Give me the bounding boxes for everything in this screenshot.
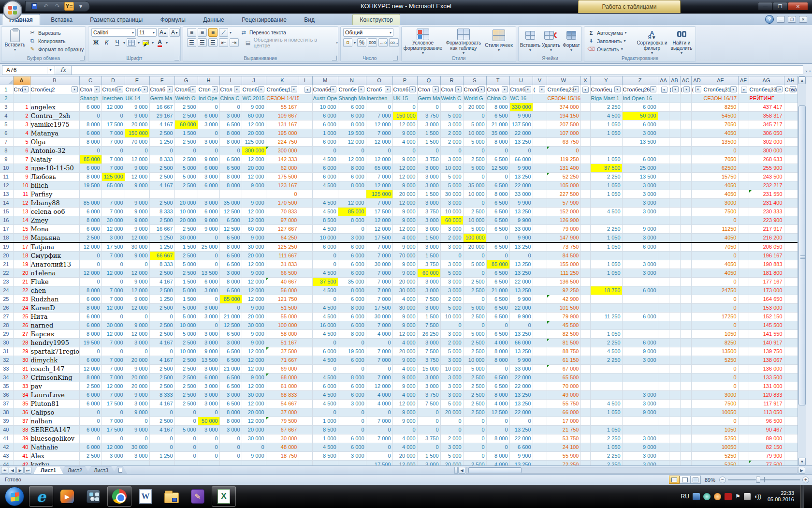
cell-V3[interactable] (533, 103, 547, 111)
cell-K33[interactable]: 69 000 (266, 364, 299, 373)
cell-Z36[interactable]: 3 000 (622, 390, 658, 399)
cell-C25[interactable]: 6 000 (79, 295, 102, 303)
decrease-decimal-button[interactable]: .00→ (389, 38, 399, 47)
cell-O32[interactable]: 7 000 (366, 356, 392, 364)
cell-P35[interactable]: 9 000 (392, 382, 417, 390)
cell-U7[interactable]: 13 250 (509, 137, 533, 146)
cell-U18[interactable]: 9 900 (509, 233, 533, 242)
cell-H32[interactable]: 13 500 (198, 356, 219, 364)
cell-AE41[interactable]: 5250 (703, 434, 738, 443)
network-icon[interactable] (744, 493, 751, 500)
cell-E20[interactable]: 9 000 (125, 251, 149, 260)
cell-AD43[interactable] (691, 451, 703, 460)
cell-J20[interactable]: 20 000 (242, 251, 266, 260)
cell-S21[interactable]: 5 000 (463, 260, 486, 269)
cell-R37[interactable]: 5 000 (440, 399, 463, 408)
cell-L16[interactable] (299, 216, 312, 224)
sort-filter-button[interactable]: А Я▼ Сортировка и фильтр▾ (637, 28, 667, 55)
cell-D23[interactable]: 0 (102, 277, 125, 286)
cell-X6[interactable] (580, 129, 590, 137)
cell-P14[interactable]: 12 000 (392, 198, 417, 207)
cell-AF14[interactable] (738, 198, 749, 207)
cell-AC41[interactable] (680, 434, 691, 443)
cell-X38[interactable] (580, 408, 590, 417)
cell-Z13[interactable]: 3 000 (622, 190, 658, 198)
cell-J3[interactable]: 9 000 (242, 103, 266, 111)
cell-C23[interactable]: 0 (79, 277, 102, 286)
cell-P31[interactable]: 20 000 (392, 347, 417, 356)
cell-K42[interactable]: 48 000 (266, 443, 299, 451)
cell-T9[interactable]: 6 500 (486, 155, 509, 164)
cell-A35[interactable]: 33 (13, 382, 30, 390)
vertical-scrollbar[interactable]: ▲ ▼ (798, 76, 806, 465)
cell-L15[interactable] (299, 207, 312, 216)
cell-U6[interactable]: 22 000 (509, 129, 533, 137)
cell-A13[interactable]: 11 (13, 190, 30, 198)
sheet-tab-list1[interactable]: Лист1 (33, 466, 63, 474)
row-header-25[interactable]: 25 (0, 295, 13, 303)
cell-F18[interactable]: 1 250 (149, 233, 174, 242)
font-dialog-launcher[interactable] (174, 56, 179, 60)
cell-H43[interactable]: 0 (198, 451, 219, 460)
column-header-Y[interactable]: Y (590, 76, 622, 85)
cell-AB30[interactable] (669, 338, 680, 347)
cell-I32[interactable]: 6 500 (219, 356, 242, 364)
cell-V35[interactable] (533, 382, 547, 390)
cell-J28[interactable]: 30 000 (242, 321, 266, 329)
conditional-formatting-button[interactable]: Условное форматирование▾ (405, 28, 441, 55)
column-header-N[interactable]: N (338, 76, 366, 85)
cell-AH8[interactable] (784, 146, 798, 155)
cell-O42[interactable]: 0 (366, 443, 392, 451)
cell-H2[interactable]: Ind Ope (198, 94, 219, 103)
cell-W17[interactable]: 79 000 (547, 224, 580, 233)
cell-T18[interactable]: 0 (486, 233, 509, 242)
cell-X23[interactable] (580, 277, 590, 286)
filter-button-R[interactable]: ▾ (455, 86, 462, 92)
cell-B12[interactable]: bilich (30, 181, 79, 190)
cell-H7[interactable]: 3 000 (198, 137, 219, 146)
cell-G10[interactable]: 5 000 (174, 164, 198, 172)
cell-E5[interactable]: 20 000 (125, 120, 149, 129)
cell-I33[interactable]: 21 000 (219, 364, 242, 373)
cell-AD39[interactable] (691, 417, 703, 425)
cell-W32[interactable]: 61 150 (547, 356, 580, 364)
cell-AA34[interactable] (658, 373, 669, 382)
cell-AC6[interactable] (680, 129, 691, 137)
cell-R43[interactable]: 5 000 (440, 451, 463, 460)
cell-A5[interactable]: 3 (13, 120, 30, 129)
filter-cell-Q[interactable]: ▾Стол (417, 85, 440, 94)
cell-S10[interactable]: 5 000 (463, 164, 486, 172)
cell-E34[interactable]: 20 000 (125, 373, 149, 382)
cell-F13[interactable] (149, 190, 174, 198)
cell-A24[interactable]: 22 (13, 286, 30, 295)
cell-R16[interactable]: 60 000 (440, 216, 463, 224)
filter-button-S[interactable]: ▾ (478, 86, 485, 92)
cell-AF18[interactable] (738, 233, 749, 242)
cell-W37[interactable]: 55 750 (547, 399, 580, 408)
minimize-button[interactable]: — (758, 2, 772, 11)
row-header-29[interactable]: 29 (0, 329, 13, 338)
cell-D20[interactable]: 7 000 (102, 251, 125, 260)
filter-cell-U[interactable]: ▾Столб (509, 85, 533, 94)
cell-O6[interactable]: 7 000 (366, 129, 392, 137)
cell-AA15[interactable] (658, 207, 669, 216)
cell-C35[interactable]: 2 500 (79, 382, 102, 390)
cell-C12[interactable]: 19 500 (79, 181, 102, 190)
cell-H42[interactable]: 0 (198, 443, 219, 451)
cell-AG25[interactable]: 164 650 (749, 295, 784, 303)
cell-AF9[interactable] (738, 155, 749, 164)
cell-G27[interactable]: 5 000 (174, 312, 198, 321)
cell-A30[interactable]: 28 (13, 338, 30, 347)
cell-O38[interactable]: 0 (366, 408, 392, 417)
cell-X34[interactable] (580, 373, 590, 382)
prev-sheet-icon[interactable]: ◀ (9, 467, 16, 474)
cell-U44[interactable]: 13 250 (509, 460, 533, 465)
cell-AE12[interactable]: 4050 (703, 181, 738, 190)
format-as-table-button[interactable]: Форматировать как таблицу▾ (444, 28, 483, 55)
cell-T29[interactable]: 6 500 (486, 329, 509, 338)
cell-D31[interactable]: 0 (102, 347, 125, 356)
cell-P7[interactable]: 4 000 (392, 137, 417, 146)
cell-W23[interactable]: 136 500 (547, 277, 580, 286)
row-header-31[interactable]: 31 (0, 347, 13, 356)
cell-AB42[interactable] (669, 443, 680, 451)
